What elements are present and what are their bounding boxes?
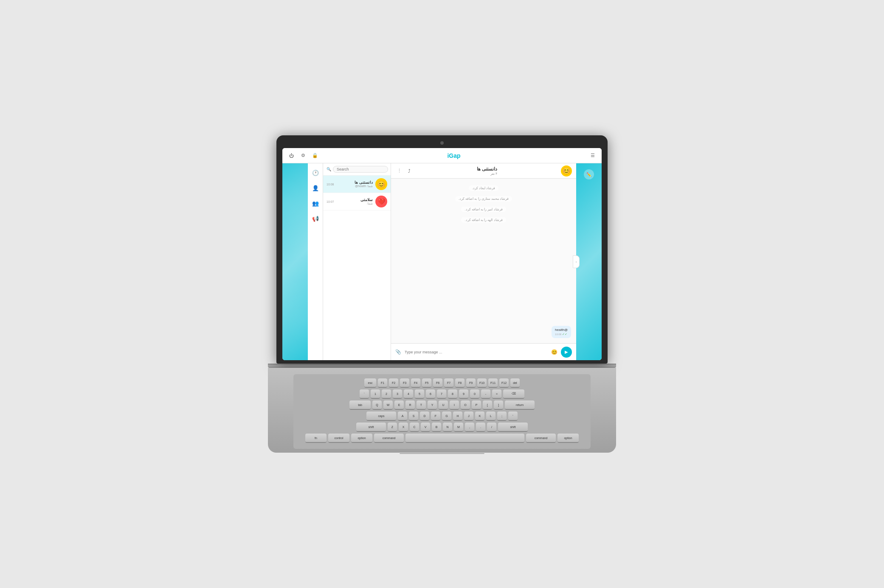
key-2[interactable]: 2 [382,389,391,399]
key-esc[interactable]: esc [364,378,376,388]
key-quote[interactable]: ' [508,412,518,421]
search-input[interactable] [333,166,388,173]
key-f9[interactable]: F9 [466,378,476,388]
key-r[interactable]: R [405,400,415,410]
key-option[interactable]: option [351,434,372,443]
key-f6[interactable]: F6 [433,378,442,388]
key-f10[interactable]: F10 [477,378,487,388]
key-backtick[interactable]: ` [360,389,369,399]
key-0[interactable]: 0 [470,389,479,399]
message-time-1: ✓✓ 10:08 [555,333,568,336]
key-v[interactable]: V [421,423,430,432]
key-g[interactable]: G [442,412,451,421]
key-8[interactable]: 8 [448,389,457,399]
collapse-button[interactable]: › [573,255,580,268]
key-f2[interactable]: F2 [389,378,398,388]
key-space[interactable] [405,434,524,443]
key-f12[interactable]: F12 [499,378,509,388]
key-command-left[interactable]: command [374,434,404,443]
chat-item-salamati[interactable]: 10:07 سلامتی شما: ❤️ [323,193,391,210]
key-9[interactable]: 9 [459,389,468,399]
key-slash[interactable]: / [487,423,496,432]
key-x[interactable]: X [399,423,408,432]
key-e[interactable]: E [394,400,404,410]
key-u[interactable]: U [439,400,448,410]
chat-preview-1: شما: health@ [337,185,373,188]
key-f11[interactable]: F11 [488,378,498,388]
key-l[interactable]: L [486,412,495,421]
key-a[interactable]: A [398,412,407,421]
lock-icon[interactable]: 🔒 [311,152,319,160]
key-k[interactable]: K [475,412,484,421]
chat-list: 🔍 10:08 دانستنی ها شما: health@ 😊 [323,163,391,360]
key-lbracket[interactable]: [ [483,400,492,410]
trackpad[interactable] [400,453,484,454]
system-message-2: فرشاد محمد ستاری را به اضافه کرد. [396,196,571,202]
key-rbracket[interactable]: ] [494,400,503,410]
key-comma[interactable]: , [465,423,474,432]
key-semicolon[interactable]: ; [497,412,507,421]
key-f7[interactable]: F7 [444,378,453,388]
key-d[interactable]: D [420,412,429,421]
key-7[interactable]: 7 [437,389,446,399]
nav-icon-channels[interactable]: 📢 [310,213,321,224]
key-shift-right[interactable]: shift [498,423,528,432]
key-3[interactable]: 3 [393,389,402,399]
chat-name-1: دانستنی ها [337,180,373,185]
key-i[interactable]: I [450,400,459,410]
key-f4[interactable]: F4 [411,378,420,388]
emoji-icon[interactable]: 😊 [551,349,557,355]
key-s[interactable]: S [409,412,418,421]
key-z[interactable]: Z [388,423,397,432]
key-5[interactable]: 5 [415,389,424,399]
key-return[interactable]: return [505,400,535,410]
search-icon: 🔍 [327,167,331,171]
key-f[interactable]: F [431,412,440,421]
key-del[interactable]: del [510,378,520,388]
key-t[interactable]: T [417,400,426,410]
write-icon[interactable]: ✏️ [584,169,594,179]
nav-icon-groups[interactable]: 👥 [310,197,321,209]
key-m[interactable]: M [454,423,463,432]
key-o[interactable]: O [461,400,470,410]
chat-item-danestani[interactable]: 10:08 دانستنی ها شما: health@ 😊 [323,176,391,193]
key-command-right[interactable]: command [526,434,556,443]
key-6[interactable]: 6 [426,389,435,399]
key-c[interactable]: C [410,423,419,432]
key-fn[interactable]: fn [305,434,327,443]
key-y[interactable]: Y [428,400,437,410]
settings-icon[interactable]: ⚙ [299,152,307,160]
key-h[interactable]: H [453,412,462,421]
key-control[interactable]: control [328,434,349,443]
send-button[interactable]: ▶ [561,347,572,358]
key-j[interactable]: J [464,412,473,421]
key-n[interactable]: N [443,423,452,432]
power-icon[interactable]: ⏻ [287,152,295,160]
key-shift-left[interactable]: shift [356,423,386,432]
attach-icon[interactable]: 📎 [395,349,401,355]
menu-icon[interactable]: ☰ [589,152,597,160]
key-tab[interactable]: tab [349,400,371,410]
key-w[interactable]: W [383,400,393,410]
more-icon[interactable]: ⋮ [395,167,403,175]
nav-icon-recent[interactable]: 🕐 [310,167,321,179]
key-1[interactable]: 1 [371,389,380,399]
share-icon[interactable]: ⤴ [405,167,413,175]
key-option-right[interactable]: option [557,434,579,443]
key-f8[interactable]: F8 [455,378,465,388]
key-f3[interactable]: F3 [400,378,409,388]
key-p[interactable]: P [472,400,481,410]
chat-member-count: ۴ نفر [477,172,497,176]
key-q[interactable]: Q [372,400,382,410]
key-f5[interactable]: F5 [422,378,431,388]
key-capslock[interactable]: caps [366,412,396,421]
key-4[interactable]: 4 [404,389,413,399]
key-minus[interactable]: - [481,389,490,399]
key-f1[interactable]: F1 [378,378,387,388]
key-period[interactable]: . [476,423,485,432]
nav-icon-contacts[interactable]: 👤 [310,182,321,194]
key-b[interactable]: B [432,423,441,432]
key-equals[interactable]: = [492,389,501,399]
key-backspace[interactable]: ⌫ [503,389,524,399]
message-input[interactable] [405,350,548,354]
